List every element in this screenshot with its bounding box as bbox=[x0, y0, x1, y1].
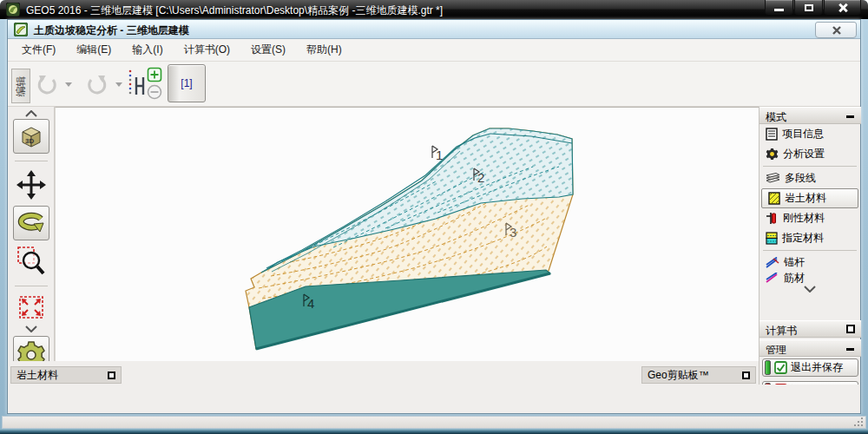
mode-item-polyline[interactable]: 多段线 bbox=[760, 168, 860, 188]
geo5-logo-icon bbox=[6, 3, 20, 16]
label-layer-2: 2 bbox=[477, 170, 484, 185]
expand-icon[interactable] bbox=[742, 372, 750, 379]
mode-item-project-info[interactable]: 项目信息 bbox=[760, 124, 860, 144]
mode-item-reinforcements[interactable]: 筋材 bbox=[760, 273, 860, 283]
edit-vertical-tab[interactable]: 编辑 bbox=[11, 69, 30, 103]
module-icon bbox=[14, 23, 28, 36]
expand-icon[interactable] bbox=[108, 372, 115, 379]
menu-file[interactable]: 文件(F) bbox=[11, 39, 66, 61]
rotate-icon bbox=[16, 212, 46, 234]
task-close-button[interactable] bbox=[815, 22, 857, 38]
menu-help[interactable]: 帮助(H) bbox=[296, 39, 352, 61]
divider bbox=[763, 250, 857, 251]
menu-settings[interactable]: 设置(S) bbox=[240, 39, 296, 61]
mode-item-assign-materials[interactable]: 指定材料 bbox=[760, 228, 860, 248]
cube-3d-icon: 3D bbox=[18, 123, 44, 149]
checkbox-checked-icon bbox=[774, 361, 787, 374]
chevron-down-icon[interactable] bbox=[25, 326, 37, 332]
task-title-bar[interactable]: 土质边坡稳定分析 - 三维地层建模 bbox=[8, 20, 860, 39]
divider bbox=[15, 286, 48, 286]
anchor-icon bbox=[766, 257, 779, 269]
manage-panel-header: 管理 bbox=[760, 339, 861, 357]
menu-bar: 文件(F) 编辑(E) 输入(I) 计算书(O) 设置(S) 帮助(H) bbox=[8, 39, 860, 62]
report-panel-header: 计算书 bbox=[760, 320, 861, 338]
main-window: GEO5 2016 - 三维地层建模 [C:\Users\Administrat… bbox=[0, 0, 868, 434]
app-window: 土质边坡稳定分析 - 三维地层建模 文件(F) 编辑(E) 输入(I) 计算书(… bbox=[7, 19, 861, 414]
view-3d-button[interactable]: 3D bbox=[13, 119, 49, 154]
terrain-3d-model: 1 2 3 4 bbox=[56, 108, 760, 362]
redo-dropdown-icon[interactable] bbox=[115, 82, 122, 87]
divider bbox=[15, 161, 48, 161]
view-tool-sidebar: 3D bbox=[8, 107, 55, 361]
bottom-strip bbox=[8, 385, 860, 413]
mode-item-soil-materials[interactable]: 岩土材料 bbox=[761, 188, 858, 208]
pan-tool-button[interactable] bbox=[13, 168, 49, 202]
label-layer-3: 3 bbox=[510, 225, 516, 240]
exit-save-button[interactable]: 退出并保存 bbox=[762, 358, 858, 377]
toolbar: 编辑 bbox=[8, 62, 860, 107]
chevron-up-icon[interactable] bbox=[25, 110, 37, 117]
gear-icon bbox=[766, 148, 779, 161]
zoom-tool-button[interactable] bbox=[13, 244, 49, 279]
undo-dropdown-icon[interactable] bbox=[65, 82, 72, 87]
assign-swatch-icon bbox=[766, 232, 778, 245]
status-tab-geoclipboard[interactable]: Geo剪贴板™ bbox=[641, 366, 756, 384]
mode-item-analysis-settings[interactable]: 分析设置 bbox=[760, 144, 860, 164]
chevron-down-icon bbox=[804, 286, 816, 293]
green-stripe bbox=[765, 360, 771, 375]
expand-icon[interactable] bbox=[846, 325, 855, 333]
redo-icon[interactable] bbox=[84, 72, 108, 96]
minimize-button[interactable] bbox=[765, 0, 793, 15]
minimize-icon bbox=[774, 9, 784, 11]
frame-1-button[interactable]: [1] bbox=[168, 64, 206, 102]
mode-panel: 模式 项目信息 分析设置 bbox=[759, 107, 860, 385]
rigid-body-icon bbox=[766, 212, 779, 225]
move-arrows-icon bbox=[16, 170, 46, 200]
maximize-button[interactable] bbox=[794, 0, 823, 15]
menu-edit[interactable]: 编辑(E) bbox=[66, 39, 122, 61]
resize-grip[interactable] bbox=[854, 418, 863, 426]
collapse-icon[interactable] bbox=[846, 348, 854, 351]
close-icon bbox=[838, 3, 848, 13]
collapse-icon[interactable] bbox=[846, 115, 854, 118]
label-layer-4: 4 bbox=[307, 296, 314, 311]
mode-item-anchors[interactable]: 锚杆 bbox=[760, 253, 860, 273]
soil-swatch-icon bbox=[768, 192, 780, 205]
remove-frame-icon[interactable] bbox=[147, 84, 162, 100]
close-button[interactable] bbox=[824, 0, 861, 15]
zoom-select-icon bbox=[16, 246, 46, 277]
undo-icon[interactable] bbox=[36, 72, 60, 96]
panel-scroll-down[interactable] bbox=[760, 283, 860, 293]
status-tab-soil-materials[interactable]: 岩土材料 bbox=[10, 366, 122, 384]
window-controls bbox=[764, 0, 861, 15]
reinforcement-icon bbox=[766, 273, 779, 283]
mode-item-rigid-materials[interactable]: 刚性材料 bbox=[760, 208, 860, 228]
fit-screen-icon bbox=[16, 294, 46, 322]
label-layer-1: 1 bbox=[436, 148, 443, 162]
title-bar[interactable]: GEO5 2016 - 三维地层建模 [C:\Users\Administrat… bbox=[0, 0, 868, 19]
add-frame-icon[interactable] bbox=[147, 67, 162, 82]
menu-input[interactable]: 输入(I) bbox=[122, 39, 173, 61]
construction-stage-icon bbox=[128, 69, 147, 102]
status-row: 岩土材料 Geo剪贴板™ bbox=[8, 361, 759, 385]
model-canvas[interactable]: 1 2 3 4 bbox=[55, 107, 759, 361]
maximize-icon bbox=[805, 4, 813, 11]
layers-icon bbox=[766, 173, 780, 184]
window-title: GEO5 2016 - 三维地层建模 [C:\Users\Administrat… bbox=[26, 3, 443, 18]
close-icon bbox=[832, 25, 842, 36]
svg-text:3D: 3D bbox=[25, 137, 34, 145]
fit-view-button[interactable] bbox=[13, 291, 49, 326]
mode-panel-header: 模式 bbox=[760, 107, 861, 124]
window-bottom-frame bbox=[0, 429, 868, 434]
window-status-bar bbox=[2, 416, 866, 429]
rotate-tool-button[interactable] bbox=[13, 206, 49, 240]
menu-report[interactable]: 计算书(O) bbox=[174, 39, 240, 61]
divider bbox=[763, 166, 857, 167]
document-icon bbox=[766, 128, 778, 141]
task-title: 土质边坡稳定分析 - 三维地层建模 bbox=[34, 23, 189, 38]
